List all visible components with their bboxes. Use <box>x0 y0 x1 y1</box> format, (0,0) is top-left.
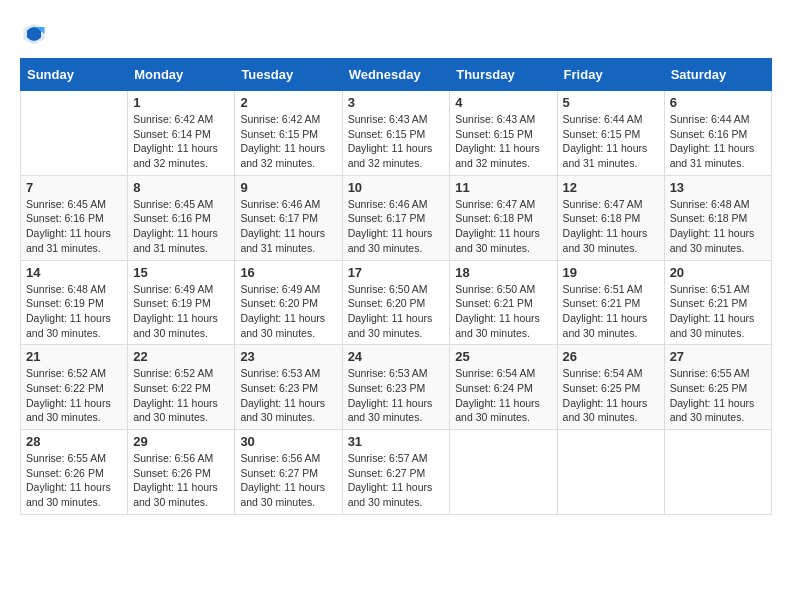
day-cell: 5Sunrise: 6:44 AMSunset: 6:15 PMDaylight… <box>557 91 664 176</box>
day-detail: Sunrise: 6:44 AMSunset: 6:16 PMDaylight:… <box>670 112 766 171</box>
day-number: 23 <box>240 349 336 364</box>
day-detail: Sunrise: 6:43 AMSunset: 6:15 PMDaylight:… <box>455 112 551 171</box>
day-number: 27 <box>670 349 766 364</box>
day-detail: Sunrise: 6:55 AMSunset: 6:26 PMDaylight:… <box>26 451 122 510</box>
day-cell: 10Sunrise: 6:46 AMSunset: 6:17 PMDayligh… <box>342 175 450 260</box>
column-header-monday: Monday <box>128 59 235 91</box>
day-cell: 23Sunrise: 6:53 AMSunset: 6:23 PMDayligh… <box>235 345 342 430</box>
day-detail: Sunrise: 6:53 AMSunset: 6:23 PMDaylight:… <box>348 366 445 425</box>
week-row-4: 21Sunrise: 6:52 AMSunset: 6:22 PMDayligh… <box>21 345 772 430</box>
day-cell: 31Sunrise: 6:57 AMSunset: 6:27 PMDayligh… <box>342 430 450 515</box>
day-detail: Sunrise: 6:46 AMSunset: 6:17 PMDaylight:… <box>348 197 445 256</box>
day-cell: 9Sunrise: 6:46 AMSunset: 6:17 PMDaylight… <box>235 175 342 260</box>
column-header-thursday: Thursday <box>450 59 557 91</box>
day-cell: 28Sunrise: 6:55 AMSunset: 6:26 PMDayligh… <box>21 430 128 515</box>
day-detail: Sunrise: 6:42 AMSunset: 6:15 PMDaylight:… <box>240 112 336 171</box>
column-header-friday: Friday <box>557 59 664 91</box>
day-number: 15 <box>133 265 229 280</box>
day-number: 8 <box>133 180 229 195</box>
day-detail: Sunrise: 6:45 AMSunset: 6:16 PMDaylight:… <box>26 197 122 256</box>
day-detail: Sunrise: 6:45 AMSunset: 6:16 PMDaylight:… <box>133 197 229 256</box>
day-number: 6 <box>670 95 766 110</box>
day-detail: Sunrise: 6:48 AMSunset: 6:18 PMDaylight:… <box>670 197 766 256</box>
day-detail: Sunrise: 6:55 AMSunset: 6:25 PMDaylight:… <box>670 366 766 425</box>
day-number: 29 <box>133 434 229 449</box>
day-cell: 15Sunrise: 6:49 AMSunset: 6:19 PMDayligh… <box>128 260 235 345</box>
day-detail: Sunrise: 6:51 AMSunset: 6:21 PMDaylight:… <box>670 282 766 341</box>
week-row-5: 28Sunrise: 6:55 AMSunset: 6:26 PMDayligh… <box>21 430 772 515</box>
day-number: 26 <box>563 349 659 364</box>
day-detail: Sunrise: 6:56 AMSunset: 6:26 PMDaylight:… <box>133 451 229 510</box>
day-cell: 16Sunrise: 6:49 AMSunset: 6:20 PMDayligh… <box>235 260 342 345</box>
column-header-sunday: Sunday <box>21 59 128 91</box>
day-number: 25 <box>455 349 551 364</box>
day-cell <box>21 91 128 176</box>
day-detail: Sunrise: 6:54 AMSunset: 6:24 PMDaylight:… <box>455 366 551 425</box>
day-number: 13 <box>670 180 766 195</box>
day-cell: 2Sunrise: 6:42 AMSunset: 6:15 PMDaylight… <box>235 91 342 176</box>
day-cell: 14Sunrise: 6:48 AMSunset: 6:19 PMDayligh… <box>21 260 128 345</box>
day-detail: Sunrise: 6:47 AMSunset: 6:18 PMDaylight:… <box>563 197 659 256</box>
day-detail: Sunrise: 6:49 AMSunset: 6:20 PMDaylight:… <box>240 282 336 341</box>
week-row-3: 14Sunrise: 6:48 AMSunset: 6:19 PMDayligh… <box>21 260 772 345</box>
day-cell: 21Sunrise: 6:52 AMSunset: 6:22 PMDayligh… <box>21 345 128 430</box>
day-cell: 7Sunrise: 6:45 AMSunset: 6:16 PMDaylight… <box>21 175 128 260</box>
day-detail: Sunrise: 6:56 AMSunset: 6:27 PMDaylight:… <box>240 451 336 510</box>
day-detail: Sunrise: 6:50 AMSunset: 6:21 PMDaylight:… <box>455 282 551 341</box>
day-cell: 1Sunrise: 6:42 AMSunset: 6:14 PMDaylight… <box>128 91 235 176</box>
day-detail: Sunrise: 6:47 AMSunset: 6:18 PMDaylight:… <box>455 197 551 256</box>
day-cell <box>450 430 557 515</box>
day-number: 11 <box>455 180 551 195</box>
day-detail: Sunrise: 6:44 AMSunset: 6:15 PMDaylight:… <box>563 112 659 171</box>
day-detail: Sunrise: 6:52 AMSunset: 6:22 PMDaylight:… <box>133 366 229 425</box>
day-cell: 22Sunrise: 6:52 AMSunset: 6:22 PMDayligh… <box>128 345 235 430</box>
day-cell: 11Sunrise: 6:47 AMSunset: 6:18 PMDayligh… <box>450 175 557 260</box>
day-cell: 25Sunrise: 6:54 AMSunset: 6:24 PMDayligh… <box>450 345 557 430</box>
day-cell: 19Sunrise: 6:51 AMSunset: 6:21 PMDayligh… <box>557 260 664 345</box>
day-detail: Sunrise: 6:50 AMSunset: 6:20 PMDaylight:… <box>348 282 445 341</box>
day-detail: Sunrise: 6:43 AMSunset: 6:15 PMDaylight:… <box>348 112 445 171</box>
day-detail: Sunrise: 6:46 AMSunset: 6:17 PMDaylight:… <box>240 197 336 256</box>
day-number: 30 <box>240 434 336 449</box>
day-cell: 20Sunrise: 6:51 AMSunset: 6:21 PMDayligh… <box>664 260 771 345</box>
day-cell: 8Sunrise: 6:45 AMSunset: 6:16 PMDaylight… <box>128 175 235 260</box>
day-cell: 24Sunrise: 6:53 AMSunset: 6:23 PMDayligh… <box>342 345 450 430</box>
day-detail: Sunrise: 6:42 AMSunset: 6:14 PMDaylight:… <box>133 112 229 171</box>
day-cell: 26Sunrise: 6:54 AMSunset: 6:25 PMDayligh… <box>557 345 664 430</box>
day-number: 10 <box>348 180 445 195</box>
day-number: 28 <box>26 434 122 449</box>
day-number: 24 <box>348 349 445 364</box>
day-number: 9 <box>240 180 336 195</box>
day-number: 21 <box>26 349 122 364</box>
day-detail: Sunrise: 6:48 AMSunset: 6:19 PMDaylight:… <box>26 282 122 341</box>
day-detail: Sunrise: 6:52 AMSunset: 6:22 PMDaylight:… <box>26 366 122 425</box>
day-cell: 3Sunrise: 6:43 AMSunset: 6:15 PMDaylight… <box>342 91 450 176</box>
day-cell: 17Sunrise: 6:50 AMSunset: 6:20 PMDayligh… <box>342 260 450 345</box>
day-cell: 13Sunrise: 6:48 AMSunset: 6:18 PMDayligh… <box>664 175 771 260</box>
day-number: 3 <box>348 95 445 110</box>
day-cell: 12Sunrise: 6:47 AMSunset: 6:18 PMDayligh… <box>557 175 664 260</box>
day-detail: Sunrise: 6:51 AMSunset: 6:21 PMDaylight:… <box>563 282 659 341</box>
day-number: 20 <box>670 265 766 280</box>
day-number: 14 <box>26 265 122 280</box>
day-cell: 4Sunrise: 6:43 AMSunset: 6:15 PMDaylight… <box>450 91 557 176</box>
day-cell: 18Sunrise: 6:50 AMSunset: 6:21 PMDayligh… <box>450 260 557 345</box>
day-number: 19 <box>563 265 659 280</box>
day-detail: Sunrise: 6:53 AMSunset: 6:23 PMDaylight:… <box>240 366 336 425</box>
header-row: SundayMondayTuesdayWednesdayThursdayFrid… <box>21 59 772 91</box>
day-cell: 29Sunrise: 6:56 AMSunset: 6:26 PMDayligh… <box>128 430 235 515</box>
week-row-2: 7Sunrise: 6:45 AMSunset: 6:16 PMDaylight… <box>21 175 772 260</box>
day-number: 12 <box>563 180 659 195</box>
day-number: 4 <box>455 95 551 110</box>
day-number: 5 <box>563 95 659 110</box>
day-number: 18 <box>455 265 551 280</box>
day-number: 2 <box>240 95 336 110</box>
day-number: 16 <box>240 265 336 280</box>
day-cell: 30Sunrise: 6:56 AMSunset: 6:27 PMDayligh… <box>235 430 342 515</box>
day-number: 1 <box>133 95 229 110</box>
column-header-saturday: Saturday <box>664 59 771 91</box>
day-detail: Sunrise: 6:57 AMSunset: 6:27 PMDaylight:… <box>348 451 445 510</box>
day-cell <box>557 430 664 515</box>
day-detail: Sunrise: 6:54 AMSunset: 6:25 PMDaylight:… <box>563 366 659 425</box>
logo-icon <box>20 20 48 48</box>
